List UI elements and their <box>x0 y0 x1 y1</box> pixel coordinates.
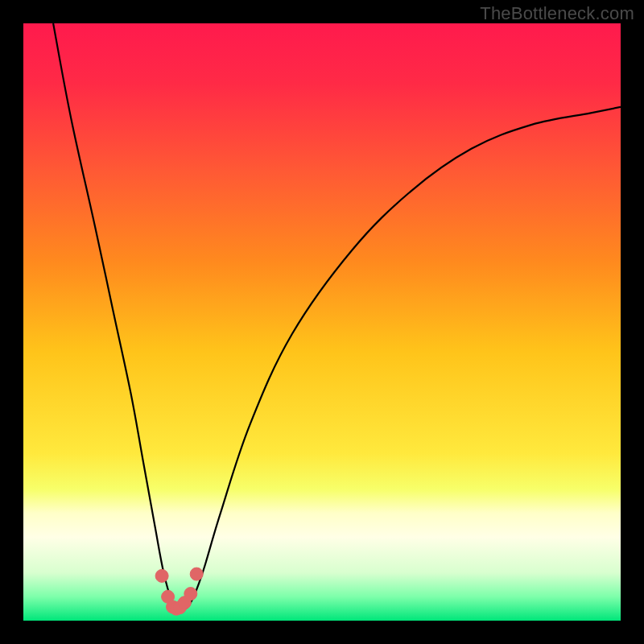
curve-layer <box>23 23 621 621</box>
marker-point <box>190 568 203 580</box>
bottleneck-curve <box>53 23 621 609</box>
marker-point <box>155 569 168 582</box>
plot-area <box>23 23 621 621</box>
highlight-markers <box>155 568 203 615</box>
watermark-text: TheBottleneck.com <box>480 3 634 24</box>
chart-frame: TheBottleneck.com <box>0 0 644 644</box>
marker-point <box>184 588 197 601</box>
